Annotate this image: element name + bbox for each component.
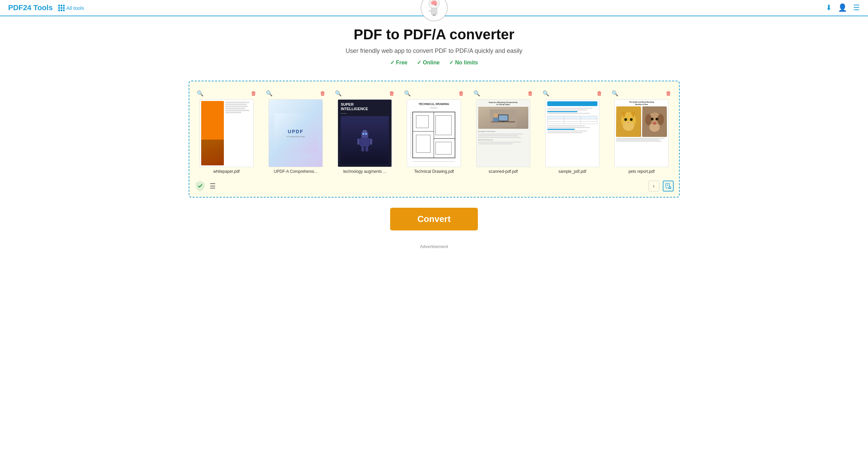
file-card-pets: 🔍 🗑 The Health and Mood-BoostingBenefits… xyxy=(610,89,673,174)
delete-button-updf[interactable]: 🗑 xyxy=(319,89,326,97)
header-logo-center: 🧠 xyxy=(421,0,448,21)
file-grid: 🔍 🗑 whitep xyxy=(195,89,674,177)
svg-point-49 xyxy=(653,122,656,125)
file-card-scanned: 🔍 🗑 Improve Working Productivityin Using… xyxy=(471,89,535,174)
zoom-button-si[interactable]: 🔍 xyxy=(334,89,342,97)
file-name-whitepaper: whitepaper.pdf xyxy=(213,169,240,174)
menu-icon[interactable]: ☰ xyxy=(853,3,860,12)
svg-text:TECHNICAL DRAWING: TECHNICAL DRAWING xyxy=(419,102,449,106)
dropzone-footer: ☰ ‹ xyxy=(195,181,674,191)
dropzone[interactable]: 🔍 🗑 whitep xyxy=(189,81,680,198)
logo-link[interactable]: PDF24 Tools xyxy=(8,3,53,12)
file-name-updf: UPDF-A Comprehensi... xyxy=(274,169,318,174)
download-icon[interactable]: ⬇ xyxy=(826,3,832,12)
feature-free: ✓ Free xyxy=(390,59,407,66)
svg-point-7 xyxy=(362,133,364,135)
file-name-si: technology augments ... xyxy=(343,169,386,174)
file-card-actions-si: 🔍 🗑 xyxy=(333,89,397,97)
svg-rect-5 xyxy=(361,132,368,138)
grid-icon xyxy=(58,5,65,11)
thumbnail-si: SUPERINTELLIGENCE Promises xyxy=(338,99,392,167)
svg-point-8 xyxy=(365,133,367,135)
file-card-whitepaper: 🔍 🗑 whitep xyxy=(195,89,258,174)
feature-online: ✓ Online xyxy=(417,59,440,66)
svg-rect-6 xyxy=(363,130,367,132)
footer-left: ☰ xyxy=(195,181,216,191)
zoom-button-whitepaper[interactable]: 🔍 xyxy=(196,89,204,97)
page-title: PDF to PDF/A converter xyxy=(7,26,861,43)
svg-rect-30 xyxy=(499,115,508,121)
svg-text:Promises: Promises xyxy=(430,107,438,109)
svg-rect-13 xyxy=(365,146,368,151)
user-icon[interactable]: 👤 xyxy=(838,3,847,12)
delete-button-drawing[interactable]: 🗑 xyxy=(458,89,465,97)
convert-section: Convert xyxy=(0,198,868,241)
hero-subtitle: User friendly web app to convert PDF to … xyxy=(7,47,861,55)
file-card-si: 🔍 🗑 SUPERINTELLIGENCE Promises xyxy=(333,89,397,174)
svg-rect-2 xyxy=(431,8,437,15)
all-tools-label: All tools xyxy=(66,5,84,11)
file-card-actions: 🔍 🗑 xyxy=(195,89,258,97)
file-card-sample: 🔍 🗑 xyxy=(541,89,604,174)
chevron-left-button[interactable]: ‹ xyxy=(649,181,659,191)
svg-point-48 xyxy=(655,118,658,120)
thumbnail-sample xyxy=(545,99,599,167)
feature-no-limits: ✓ No limits xyxy=(449,59,478,66)
file-card-drawing: 🔍 🗑 TECHNICAL DRAWING Promises xyxy=(402,89,466,174)
file-name-scanned: scanned-pdf.pdf xyxy=(489,169,518,174)
hero-features: ✓ Free ✓ Online ✓ No limits xyxy=(7,59,861,66)
file-card-actions-pets: 🔍 🗑 xyxy=(610,89,673,97)
file-card-actions-drawing: 🔍 🗑 xyxy=(402,89,466,97)
zoom-button-sample[interactable]: 🔍 xyxy=(542,89,550,97)
thumbnail-scanned: Improve Working Productivityin Using App… xyxy=(476,99,530,167)
zoom-button-pets[interactable]: 🔍 xyxy=(611,89,619,97)
thumbnail-updf: UPDF A Comprehensive Guide xyxy=(269,99,323,167)
svg-point-46 xyxy=(657,114,664,125)
file-name-sample: sample_pdf.pdf xyxy=(558,169,586,174)
svg-text:🧠: 🧠 xyxy=(430,0,438,7)
blender-icon: 🧠 xyxy=(424,0,444,18)
delete-button-whitepaper[interactable]: 🗑 xyxy=(250,89,257,97)
file-card-updf: 🔍 🗑 UPDF A Comprehensive Guide UPDF-A Co… xyxy=(264,89,327,174)
svg-point-47 xyxy=(651,118,654,120)
file-name-pets: pets report.pdf xyxy=(629,169,655,174)
advertisement: Advertisement xyxy=(0,241,868,252)
thumbnail-whitepaper xyxy=(199,99,254,167)
svg-rect-9 xyxy=(360,138,369,146)
thumb-drawing-content: TECHNICAL DRAWING Promises xyxy=(407,100,461,167)
file-name-drawing: Technical Drawing.pdf xyxy=(414,169,454,174)
header-right: ⬇ 👤 ☰ xyxy=(826,3,860,12)
zoom-button-drawing[interactable]: 🔍 xyxy=(403,89,411,97)
logo-text: PDF24 Tools xyxy=(8,3,53,12)
zoom-button-scanned[interactable]: 🔍 xyxy=(473,89,481,97)
svg-rect-11 xyxy=(370,139,372,145)
header: PDF24 Tools All tools 🧠 ⬇ 👤 ☰ xyxy=(0,0,868,16)
hero-section: PDF to PDF/A converter User friendly web… xyxy=(0,16,868,81)
file-card-actions-updf: 🔍 🗑 xyxy=(264,89,327,97)
convert-button[interactable]: Convert xyxy=(390,208,478,230)
thumbnail-drawing: TECHNICAL DRAWING Promises xyxy=(407,99,461,167)
add-file-button[interactable] xyxy=(663,181,674,191)
delete-button-sample[interactable]: 🗑 xyxy=(596,89,603,97)
delete-button-pets[interactable]: 🗑 xyxy=(665,89,672,97)
delete-button-scanned[interactable]: 🗑 xyxy=(527,89,534,97)
svg-rect-12 xyxy=(361,146,364,151)
file-card-actions-sample: 🔍 🗑 xyxy=(541,89,604,97)
list-icon[interactable]: ☰ xyxy=(210,182,216,190)
svg-rect-33 xyxy=(493,118,499,122)
zoom-button-updf[interactable]: 🔍 xyxy=(265,89,273,97)
footer-right: ‹ xyxy=(649,181,674,191)
delete-button-si[interactable]: 🗑 xyxy=(388,89,395,97)
svg-rect-10 xyxy=(357,139,360,145)
advertisement-label: Advertisement xyxy=(420,244,448,249)
shield-icon xyxy=(195,181,206,191)
svg-point-32 xyxy=(494,114,498,118)
thumbnail-pets: The Health and Mood-BoostingBenefits of … xyxy=(614,99,669,167)
all-tools-link[interactable]: All tools xyxy=(58,5,84,11)
svg-rect-3 xyxy=(432,15,436,16)
svg-point-45 xyxy=(645,114,652,125)
svg-point-37 xyxy=(624,118,627,121)
thumb-updf-content: UPDF A Comprehensive Guide xyxy=(269,100,322,167)
svg-rect-31 xyxy=(502,121,504,122)
file-card-actions-scanned: 🔍 🗑 xyxy=(471,89,535,97)
